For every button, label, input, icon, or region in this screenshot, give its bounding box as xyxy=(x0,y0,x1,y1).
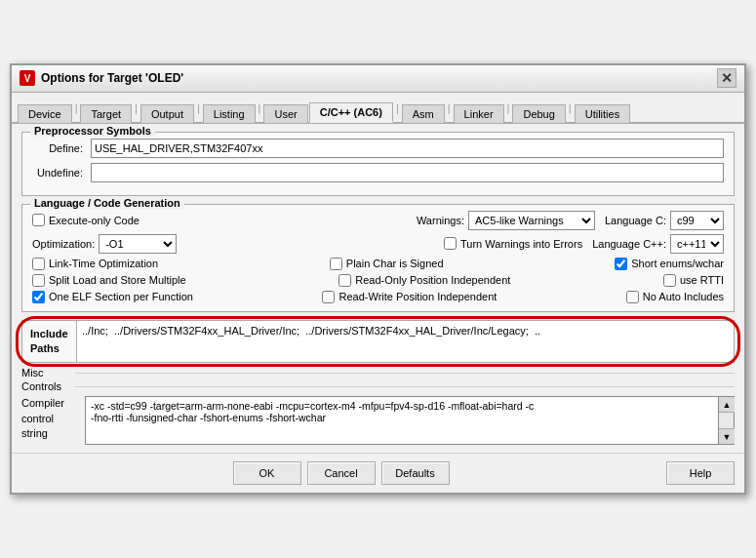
language-c-label: Language C: xyxy=(605,215,666,226)
close-button[interactable]: ✕ xyxy=(717,68,736,88)
compiler-control-label: Compiler control string xyxy=(21,396,85,445)
tab-output[interactable]: Output xyxy=(140,104,194,123)
include-paths-input[interactable]: ../Inc; ../Drivers/STM32F4xx_HAL_Driver/… xyxy=(76,321,734,363)
warnings-select[interactable]: AC5-like Warnings All Warnings No Warnin… xyxy=(468,211,595,230)
warnings-label: Warnings: xyxy=(417,215,464,226)
split-load-checkbox[interactable] xyxy=(32,274,45,287)
use-rtti-checkbox[interactable] xyxy=(663,274,676,287)
plain-char-checkbox[interactable] xyxy=(330,258,342,270)
scroll-track xyxy=(719,413,734,428)
title-bar: V Options for Target 'OLED' ✕ xyxy=(12,65,744,93)
define-row: Define: xyxy=(32,139,724,158)
defaults-button[interactable]: Defaults xyxy=(381,461,450,485)
execute-only-label[interactable]: Execute-only Code xyxy=(32,214,139,226)
app-icon: V xyxy=(20,70,35,86)
include-paths-label: Include Paths xyxy=(22,321,76,363)
language-c-select[interactable]: c99 c11 gnu99 xyxy=(670,211,724,230)
misc-label: Misc xyxy=(21,367,75,379)
tab-target[interactable]: Target xyxy=(80,104,132,123)
tab-bar: Device | Target | Output | Listing | Use… xyxy=(12,93,744,124)
help-button[interactable]: Help xyxy=(666,461,735,485)
split-load-label[interactable]: Split Load and Store Multiple xyxy=(32,274,186,287)
scroll-up-button[interactable]: ▲ xyxy=(719,397,735,413)
one-elf-label[interactable]: One ELF Section per Function xyxy=(32,291,193,303)
read-write-checkbox[interactable] xyxy=(322,291,335,303)
define-input[interactable] xyxy=(91,139,724,158)
cancel-button[interactable]: Cancel xyxy=(307,461,376,485)
lang-codegen-title: Language / Code Generation xyxy=(30,197,184,209)
link-time-opt-checkbox[interactable] xyxy=(32,258,45,270)
misc-row: Misc xyxy=(21,367,735,379)
preprocessor-group: Preprocessor Symbols Define: Undefine: xyxy=(21,132,735,196)
read-only-checkbox[interactable] xyxy=(338,274,351,287)
short-enums-checkbox[interactable] xyxy=(615,258,627,270)
controls-row: Controls xyxy=(21,380,735,392)
read-write-label[interactable]: Read-Write Position Independent xyxy=(322,291,497,303)
read-only-label[interactable]: Read-Only Position Independent xyxy=(338,274,510,287)
tab-utilities[interactable]: Utilities xyxy=(575,104,630,123)
include-paths-area: Include Paths ../Inc; ../Drivers/STM32F4… xyxy=(21,320,735,364)
optimization-label: Optimization: xyxy=(32,238,95,250)
one-elf-checkbox[interactable] xyxy=(32,291,45,303)
use-rtti-label[interactable]: use RTTI xyxy=(663,274,724,287)
controls-label: Controls xyxy=(21,380,75,392)
language-cpp-select[interactable]: c++11 c++14 xyxy=(670,234,724,254)
compiler-control-row: Compiler control string -xc -std=c99 -ta… xyxy=(21,396,735,445)
language-cpp-label: Language C++: xyxy=(592,238,666,250)
undefine-row: Undefine: xyxy=(32,163,724,182)
tab-listing[interactable]: Listing xyxy=(203,104,256,123)
link-time-opt-label[interactable]: Link-Time Optimization xyxy=(32,258,158,270)
optimization-select[interactable]: -O0 -O1 -O2 xyxy=(99,234,177,254)
turn-warnings-checkbox[interactable] xyxy=(444,237,457,250)
tab-cc-ac6[interactable]: C/C++ (AC6) xyxy=(309,102,393,123)
turn-warnings-label[interactable]: Turn Warnings into Errors xyxy=(444,237,582,250)
ok-button[interactable]: OK xyxy=(233,461,301,485)
scroll-down-button[interactable]: ▼ xyxy=(719,428,735,444)
dialog-title: Options for Target 'OLED' xyxy=(41,71,183,85)
tab-debug[interactable]: Debug xyxy=(512,104,565,123)
tab-linker[interactable]: Linker xyxy=(454,104,504,123)
preprocessor-title: Preprocessor Symbols xyxy=(30,125,155,137)
compiler-control-input[interactable]: -xc -std=c99 -target=arm-arm-none-eabi -… xyxy=(85,396,719,445)
bottom-bar: OK Cancel Defaults Help xyxy=(12,453,744,493)
tab-user[interactable]: User xyxy=(263,104,307,123)
include-section: Include Paths ../Inc; ../Drivers/STM32F4… xyxy=(21,320,735,364)
no-auto-checkbox[interactable] xyxy=(626,291,639,303)
undefine-input[interactable] xyxy=(91,163,724,182)
define-label: Define: xyxy=(32,142,91,154)
no-auto-label[interactable]: No Auto Includes xyxy=(626,291,724,303)
short-enums-label[interactable]: Short enums/wchar xyxy=(615,258,724,270)
tab-asm[interactable]: Asm xyxy=(402,104,445,123)
execute-only-checkbox[interactable] xyxy=(32,214,45,226)
include-row: Include Paths ../Inc; ../Drivers/STM32F4… xyxy=(22,321,734,363)
tab-device[interactable]: Device xyxy=(18,104,72,123)
lang-codegen-group: Language / Code Generation Execute-only … xyxy=(21,204,735,312)
main-dialog: V Options for Target 'OLED' ✕ Device | T… xyxy=(10,63,746,496)
plain-char-label[interactable]: Plain Char is Signed xyxy=(330,258,444,270)
undefine-label: Undefine: xyxy=(32,167,91,179)
dialog-body: Preprocessor Symbols Define: Undefine: L… xyxy=(12,124,744,454)
